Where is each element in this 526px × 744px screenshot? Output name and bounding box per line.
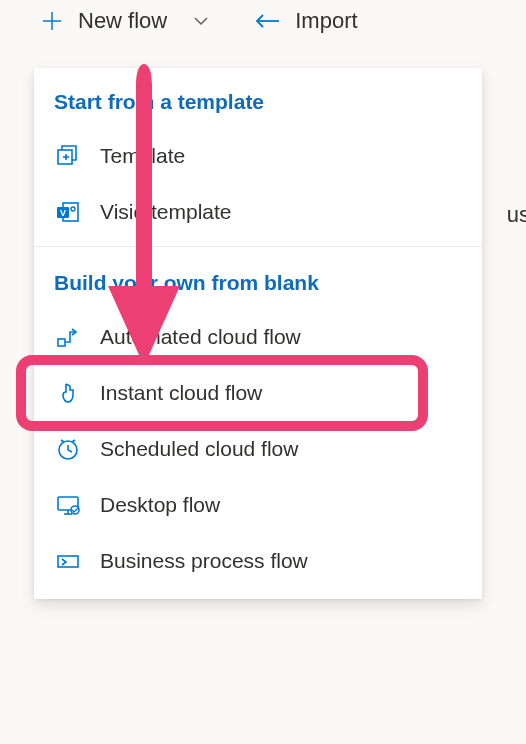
business-process-icon <box>54 547 82 575</box>
menu-item-business-process-flow[interactable]: Business process flow <box>34 533 482 589</box>
svg-point-9 <box>71 207 75 211</box>
desktop-flow-icon <box>54 491 82 519</box>
menu-item-label: Automated cloud flow <box>100 325 301 349</box>
svg-rect-10 <box>58 339 65 346</box>
menu-item-automated-cloud-flow[interactable]: Automated cloud flow <box>34 309 482 365</box>
menu-item-label: Visio template <box>100 200 232 224</box>
background-partial-text: us <box>507 202 526 228</box>
menu-item-label: Template <box>100 144 185 168</box>
menu-item-label: Scheduled cloud flow <box>100 437 298 461</box>
menu-item-scheduled-cloud-flow[interactable]: Scheduled cloud flow <box>34 421 482 477</box>
automated-flow-icon <box>54 323 82 351</box>
menu-item-label: Business process flow <box>100 549 308 573</box>
import-label: Import <box>295 8 357 34</box>
new-flow-label: New flow <box>78 8 167 34</box>
toolbar: New flow Import <box>0 0 526 54</box>
menu-item-visio-template[interactable]: V Visio template <box>34 184 482 240</box>
svg-text:V: V <box>60 208 66 218</box>
visio-icon: V <box>54 198 82 226</box>
menu-item-desktop-flow[interactable]: Desktop flow <box>34 477 482 533</box>
plus-icon <box>40 9 64 33</box>
section-header-template: Start from a template <box>34 68 482 128</box>
chevron-down-icon <box>191 11 211 31</box>
import-button[interactable]: Import <box>251 8 357 34</box>
menu-item-template[interactable]: Template <box>34 128 482 184</box>
new-flow-button[interactable]: New flow <box>40 8 211 34</box>
scheduled-flow-icon <box>54 435 82 463</box>
import-arrow-icon <box>251 11 281 31</box>
svg-line-16 <box>72 440 75 442</box>
divider <box>34 246 482 247</box>
template-icon <box>54 142 82 170</box>
svg-line-15 <box>61 440 64 442</box>
svg-rect-21 <box>58 556 78 567</box>
svg-line-14 <box>68 450 72 452</box>
menu-item-label: Desktop flow <box>100 493 220 517</box>
instant-flow-icon <box>54 379 82 407</box>
menu-item-instant-cloud-flow[interactable]: Instant cloud flow <box>34 365 482 421</box>
new-flow-dropdown: Start from a template Template V Visio t… <box>34 68 482 599</box>
menu-item-label: Instant cloud flow <box>100 381 262 405</box>
section-header-blank: Build your own from blank <box>34 249 482 309</box>
